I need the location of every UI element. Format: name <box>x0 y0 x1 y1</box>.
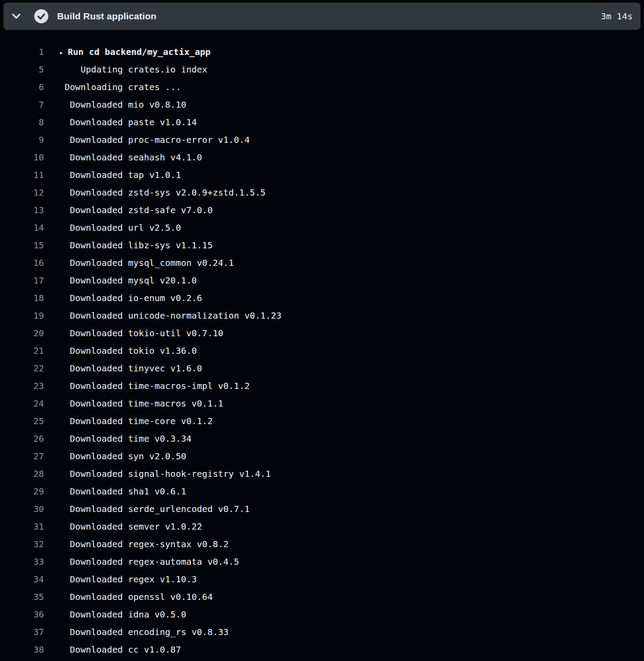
log-line-number[interactable]: 6 <box>0 78 44 96</box>
chevron-down-icon[interactable] <box>11 11 22 22</box>
log-line-number[interactable]: 14 <box>0 219 44 236</box>
log-line-text: ▸ Downloaded zstd-safe v7.0.0 <box>59 201 213 219</box>
log-line[interactable]: 22 ▸ Downloaded tinyvec v1.6.0 <box>0 360 644 377</box>
log-line[interactable]: 27 ▸ Downloaded syn v2.0.50 <box>0 447 644 465</box>
log-line[interactable]: 16 ▸ Downloaded mysql_common v0.24.1 <box>0 254 644 272</box>
log-line[interactable]: 23 ▸ Downloaded time-macros-impl v0.1.2 <box>0 377 644 395</box>
step-duration: 3m 14s <box>601 11 633 22</box>
log-line-number[interactable]: 10 <box>0 149 44 166</box>
log-line-text: ▸ Downloaded regex-syntax v0.8.2 <box>59 535 228 553</box>
log-line[interactable]: 36 ▸ Downloaded idna v0.5.0 <box>0 606 644 623</box>
log-line-number[interactable]: 19 <box>0 307 44 324</box>
log-line[interactable]: 6 ▸ Downloading crates ... <box>0 78 644 96</box>
log-line[interactable]: 1 ▸ Run cd backend/my_actix_app <box>0 43 644 61</box>
log-line[interactable]: 34 ▸ Downloaded regex v1.10.3 <box>0 570 644 588</box>
log-line[interactable]: 5 ▸ Updating crates.io index <box>0 61 644 78</box>
log-line-text: ▸ Downloaded time-core v0.1.2 <box>59 412 213 430</box>
log-line-number[interactable]: 25 <box>0 412 44 430</box>
log-line-number[interactable]: 36 <box>0 606 44 623</box>
log-line-number[interactable]: 9 <box>0 131 44 149</box>
log-line-number[interactable]: 24 <box>0 395 44 412</box>
check-circle-icon <box>34 9 48 23</box>
log-line-text: ▸ Downloaded time-macros v0.1.1 <box>59 395 223 412</box>
log-line-text: ▸ Downloaded proc-macro-error v1.0.4 <box>59 131 250 149</box>
log-line-number[interactable]: 31 <box>0 518 44 535</box>
log-line[interactable]: 24 ▸ Downloaded time-macros v0.1.1 <box>0 395 644 412</box>
log-line-number[interactable]: 22 <box>0 360 44 377</box>
log-line-number[interactable]: 18 <box>0 289 44 307</box>
log-line-text: ▸ Run cd backend/my_actix_app <box>59 43 210 61</box>
log-line-number[interactable]: 17 <box>0 272 44 289</box>
log-line[interactable]: 13 ▸ Downloaded zstd-safe v7.0.0 <box>0 201 644 219</box>
log-line[interactable]: 21 ▸ Downloaded tokio v1.36.0 <box>0 342 644 360</box>
log-line[interactable]: 12 ▸ Downloaded zstd-sys v2.0.9+zstd.1.5… <box>0 184 644 201</box>
log-line-number[interactable]: 1 <box>0 43 44 61</box>
log-line[interactable]: 20 ▸ Downloaded tokio-util v0.7.10 <box>0 324 644 342</box>
log-line[interactable]: 38 ▸ Downloaded cc v1.0.87 <box>0 641 644 658</box>
log-line[interactable]: 29 ▸ Downloaded sha1 v0.6.1 <box>0 483 644 500</box>
log-line[interactable]: 28 ▸ Downloaded signal-hook-registry v1.… <box>0 465 644 483</box>
log-line[interactable]: 7 ▸ Downloaded mio v0.8.10 <box>0 96 644 113</box>
log-line[interactable]: 11 ▸ Downloaded tap v1.0.1 <box>0 166 644 184</box>
log-line-text: ▸ Downloaded sha1 v0.6.1 <box>59 483 186 500</box>
log-line-number[interactable]: 28 <box>0 465 44 483</box>
log-line-text: ▸ Downloaded unicode-normalization v0.1.… <box>59 307 282 324</box>
log-line[interactable]: 33 ▸ Downloaded regex-automata v0.4.5 <box>0 553 644 570</box>
log-line-text: ▸ Downloaded cc v1.0.87 <box>59 641 181 658</box>
log-line[interactable]: 8 ▸ Downloaded paste v1.0.14 <box>0 113 644 131</box>
log-line[interactable]: 25 ▸ Downloaded time-core v0.1.2 <box>0 412 644 430</box>
log-line[interactable]: 30 ▸ Downloaded serde_urlencoded v0.7.1 <box>0 500 644 518</box>
log-line[interactable]: 17 ▸ Downloaded mysql v20.1.0 <box>0 272 644 289</box>
log-line-text: ▸ Downloaded mysql_common v0.24.1 <box>59 254 234 272</box>
log-line-text: ▸ Downloaded mysql v20.1.0 <box>59 272 197 289</box>
step-header-bar[interactable]: Build Rust application 3m 14s <box>4 3 640 30</box>
log-line-text: ▸ Downloaded url v2.5.0 <box>59 219 181 236</box>
log-line-text: ▸ Downloading crates ... <box>59 78 181 96</box>
log-line-number[interactable]: 21 <box>0 342 44 360</box>
log-line-text: ▸ Downloaded regex-automata v0.4.5 <box>59 553 239 570</box>
log-line-number[interactable]: 5 <box>0 61 44 78</box>
log-line-text: ▸ Downloaded mio v0.8.10 <box>59 96 186 113</box>
log-line-text: ▸ Downloaded tinyvec v1.6.0 <box>59 360 202 377</box>
log-area: 1 ▸ Run cd backend/my_actix_app 5 ▸ Upda… <box>0 31 644 661</box>
log-line-text: ▸ Downloaded libz-sys v1.1.15 <box>59 236 213 254</box>
log-line[interactable]: 15 ▸ Downloaded libz-sys v1.1.15 <box>0 236 644 254</box>
log-line-text: ▸ Downloaded regex v1.10.3 <box>59 570 197 588</box>
log-line[interactable]: 18 ▸ Downloaded io-enum v0.2.6 <box>0 289 644 307</box>
log-line[interactable]: 37 ▸ Downloaded encoding_rs v0.8.33 <box>0 623 644 641</box>
log-line-number[interactable]: 35 <box>0 588 44 606</box>
log-line-number[interactable]: 8 <box>0 113 44 131</box>
log-line-number[interactable]: 29 <box>0 483 44 500</box>
log-line-text: ▸ Downloaded zstd-sys v2.0.9+zstd.1.5.5 <box>59 184 266 201</box>
log-line-number[interactable]: 7 <box>0 96 44 113</box>
log-line-number[interactable]: 12 <box>0 184 44 201</box>
log-line-text: ▸ Downloaded io-enum v0.2.6 <box>59 289 202 307</box>
log-line-number[interactable]: 30 <box>0 500 44 518</box>
log-lines: 1 ▸ Run cd backend/my_actix_app 5 ▸ Upda… <box>0 43 644 658</box>
log-line-number[interactable]: 32 <box>0 535 44 553</box>
log-line[interactable]: 26 ▸ Downloaded time v0.3.34 <box>0 430 644 447</box>
log-line[interactable]: 31 ▸ Downloaded semver v1.0.22 <box>0 518 644 535</box>
log-line-text: ▸ Updating crates.io index <box>59 61 207 78</box>
expand-arrow-icon[interactable]: ▸ <box>59 48 68 57</box>
log-line-number[interactable]: 11 <box>0 166 44 184</box>
log-line-number[interactable]: 27 <box>0 447 44 465</box>
log-line-number[interactable]: 34 <box>0 570 44 588</box>
log-line-number[interactable]: 37 <box>0 623 44 641</box>
log-line-text: ▸ Downloaded seahash v4.1.0 <box>59 149 202 166</box>
log-line[interactable]: 14 ▸ Downloaded url v2.5.0 <box>0 219 644 236</box>
log-line[interactable]: 19 ▸ Downloaded unicode-normalization v0… <box>0 307 644 324</box>
log-line[interactable]: 35 ▸ Downloaded openssl v0.10.64 <box>0 588 644 606</box>
log-line-number[interactable]: 13 <box>0 201 44 219</box>
log-line-number[interactable]: 23 <box>0 377 44 395</box>
log-line-number[interactable]: 33 <box>0 553 44 570</box>
log-line-number[interactable]: 38 <box>0 641 44 658</box>
log-line-number[interactable]: 16 <box>0 254 44 272</box>
log-line-number[interactable]: 26 <box>0 430 44 447</box>
log-line[interactable]: 10 ▸ Downloaded seahash v4.1.0 <box>0 149 644 166</box>
log-line-text: ▸ Downloaded encoding_rs v0.8.33 <box>59 623 228 641</box>
log-line[interactable]: 32 ▸ Downloaded regex-syntax v0.8.2 <box>0 535 644 553</box>
log-line[interactable]: 9 ▸ Downloaded proc-macro-error v1.0.4 <box>0 131 644 149</box>
log-line-number[interactable]: 20 <box>0 324 44 342</box>
log-line-number[interactable]: 15 <box>0 236 44 254</box>
